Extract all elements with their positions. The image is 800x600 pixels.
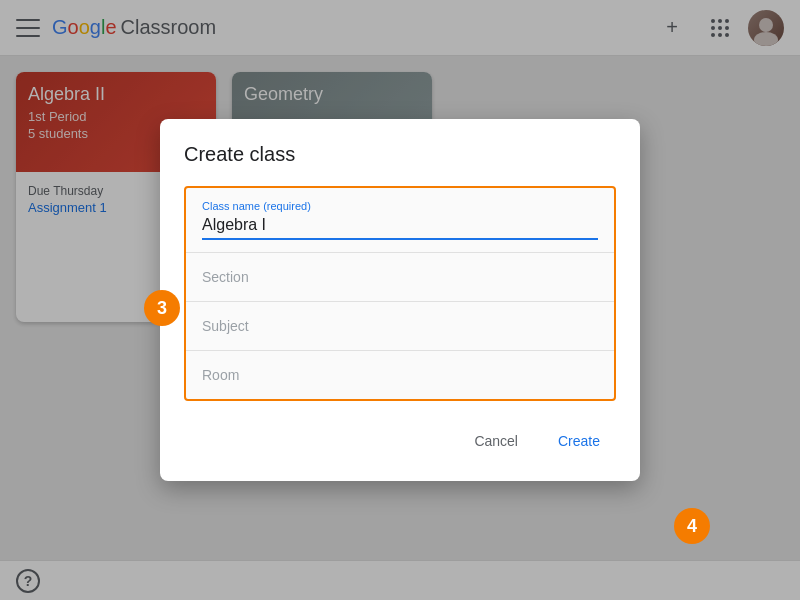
create-class-modal: Create class Class name (required) Secti…: [160, 119, 640, 481]
section-placeholder: Section: [202, 265, 598, 289]
step-badge-4: 4: [674, 508, 710, 544]
class-name-field[interactable]: Class name (required): [186, 188, 614, 253]
create-button[interactable]: Create: [542, 425, 616, 457]
modal-title: Create class: [184, 143, 616, 166]
room-field[interactable]: Room: [186, 351, 614, 399]
modal-form: Class name (required) Section Subject Ro…: [184, 186, 616, 401]
room-placeholder: Room: [202, 363, 598, 387]
step-badge-3: 3: [144, 290, 180, 326]
cancel-button[interactable]: Cancel: [458, 425, 534, 457]
modal-actions: Cancel Create: [184, 425, 616, 457]
field-underline: [202, 238, 598, 240]
class-name-input[interactable]: [202, 216, 598, 234]
section-field[interactable]: Section: [186, 253, 614, 302]
subject-placeholder: Subject: [202, 314, 598, 338]
modal-overlay: Create class Class name (required) Secti…: [0, 0, 800, 600]
class-name-label: Class name (required): [202, 200, 598, 212]
subject-field[interactable]: Subject: [186, 302, 614, 351]
